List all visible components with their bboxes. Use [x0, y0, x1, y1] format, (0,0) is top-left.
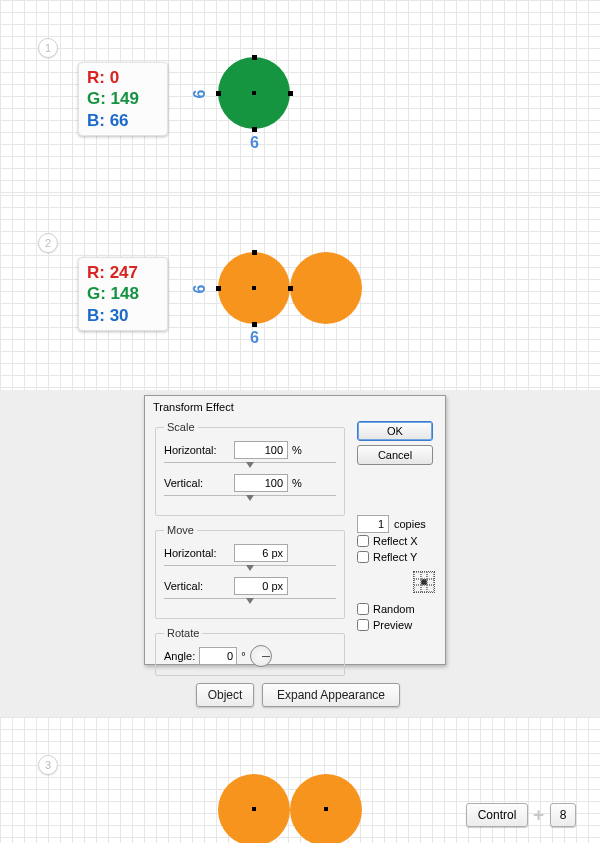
canvas-step-2: 2 R: 247 G: 148 B: 30 6 6 [0, 195, 600, 390]
rotate-group: Rotate Angle: ° [155, 627, 345, 676]
angle-input[interactable] [199, 647, 237, 665]
scale-group: Scale Horizontal: % Vertical: % [155, 421, 345, 516]
reflect-x-label: Reflect X [373, 535, 418, 547]
center-point [252, 807, 256, 811]
rgb-r: R: 0 [87, 67, 159, 88]
copies-input[interactable] [357, 515, 389, 533]
angle-label: Angle: [164, 650, 195, 662]
rgb-card-2: R: 247 G: 148 B: 30 [78, 257, 168, 331]
anchor-point [252, 322, 257, 327]
anchor-point [252, 55, 257, 60]
anchor-point [252, 250, 257, 255]
reference-point-picker[interactable] [413, 571, 435, 593]
move-horizontal-slider[interactable] [164, 564, 336, 573]
cancel-button[interactable]: Cancel [357, 445, 433, 465]
expand-appearance-button[interactable]: Expand Appearance [262, 683, 400, 707]
step-badge-2: 2 [38, 233, 58, 253]
move-legend: Move [164, 524, 197, 536]
percent-unit: % [292, 477, 302, 489]
dimension-bottom: 6 [250, 329, 259, 347]
scale-horizontal-slider[interactable] [164, 461, 336, 470]
dimension-left: 6 [191, 90, 209, 99]
rgb-b: B: 30 [87, 305, 159, 326]
percent-unit: % [292, 444, 302, 456]
rgb-b: B: 66 [87, 110, 159, 131]
step-badge-1: 1 [38, 38, 58, 58]
anchor-point [216, 286, 221, 291]
ok-button[interactable]: OK [357, 421, 433, 441]
canvas-step-1: 1 R: 0 G: 149 B: 66 6 6 [0, 0, 600, 195]
center-point [252, 91, 256, 95]
center-point [324, 807, 328, 811]
control-key: Control [466, 803, 528, 827]
rgb-g: G: 149 [87, 88, 159, 109]
rotate-legend: Rotate [164, 627, 202, 639]
move-horizontal-input[interactable] [234, 544, 288, 562]
rgb-g: G: 148 [87, 283, 159, 304]
rgb-r: R: 247 [87, 262, 159, 283]
preview-label: Preview [373, 619, 412, 631]
rgb-card-1: R: 0 G: 149 B: 66 [78, 62, 168, 136]
scale-horizontal-input[interactable] [234, 441, 288, 459]
object-menu-button[interactable]: Object [196, 683, 254, 707]
reflect-x-checkbox[interactable] [357, 535, 369, 547]
random-checkbox[interactable] [357, 603, 369, 615]
reflect-y-label: Reflect Y [373, 551, 417, 563]
center-point [252, 286, 256, 290]
scale-legend: Scale [164, 421, 198, 433]
angle-dial[interactable] [250, 645, 272, 667]
step-badge-3: 3 [38, 755, 58, 775]
scale-vertical-slider[interactable] [164, 494, 336, 503]
dimension-bottom: 6 [250, 134, 259, 152]
anchor-point [216, 91, 221, 96]
move-vertical-label: Vertical: [164, 580, 234, 592]
eight-key: 8 [550, 803, 576, 827]
random-label: Random [373, 603, 415, 615]
orange-circle-copy[interactable] [290, 252, 362, 324]
dimension-left: 6 [191, 285, 209, 294]
move-vertical-slider[interactable] [164, 597, 336, 606]
dialog-title: Transform Effect [145, 396, 445, 415]
scale-vertical-label: Vertical: [164, 477, 234, 489]
move-vertical-input[interactable] [234, 577, 288, 595]
anchor-point [252, 127, 257, 132]
plus-icon: + [533, 803, 544, 827]
move-horizontal-label: Horizontal: [164, 547, 234, 559]
anchor-point [288, 91, 293, 96]
preview-checkbox[interactable] [357, 619, 369, 631]
reflect-y-checkbox[interactable] [357, 551, 369, 563]
anchor-point [288, 286, 293, 291]
move-group: Move Horizontal: Vertical: [155, 524, 345, 619]
copies-label: copies [394, 518, 426, 530]
scale-horizontal-label: Horizontal: [164, 444, 234, 456]
canvas-step-3: 3 Control + 8 [0, 717, 600, 843]
scale-vertical-input[interactable] [234, 474, 288, 492]
transform-effect-dialog: Transform Effect Scale Horizontal: % Ver… [144, 395, 446, 665]
degree-unit: ° [241, 650, 245, 662]
